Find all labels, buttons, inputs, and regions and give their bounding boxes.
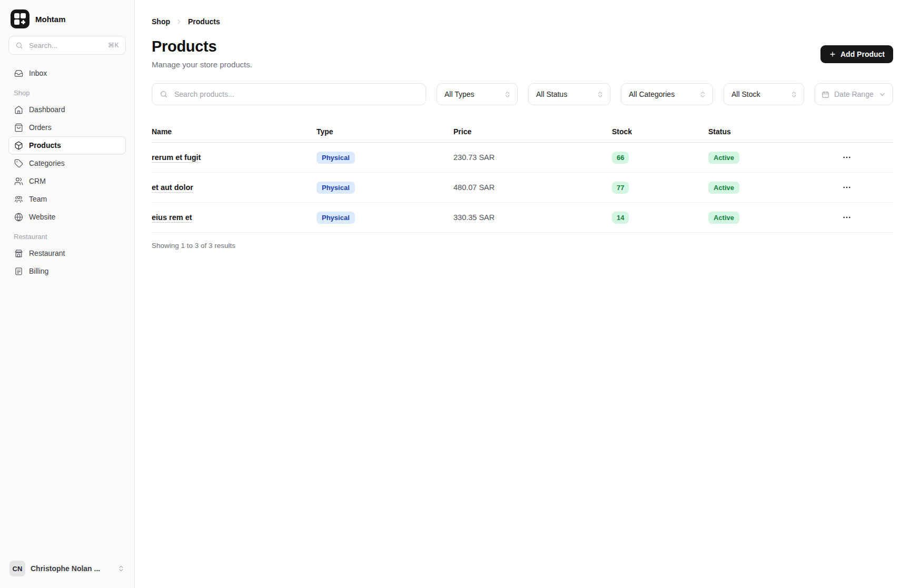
sidebar: Mohtam ⌘K Inbox Shop Dashboard Orders Pr…	[0, 0, 135, 588]
sidebar-item-team[interactable]: Team	[8, 190, 126, 208]
table-row: rerum et fugit Physical 230.73 SAR 66 Ac…	[152, 143, 893, 173]
search-shortcut: ⌘K	[108, 42, 119, 49]
table-header: Name Type Price Stock Status	[152, 121, 893, 143]
chevrons-up-down-icon	[117, 565, 125, 572]
chevrons-up-down-icon	[790, 91, 798, 98]
team-icon	[14, 195, 23, 204]
section-label-shop: Shop	[8, 82, 126, 101]
row-actions-button[interactable]	[837, 210, 857, 225]
receipt-icon	[14, 267, 23, 276]
type-filter-value: All Types	[444, 90, 474, 98]
status-filter-value: All Status	[536, 90, 567, 98]
product-name-link[interactable]: eius rem et	[152, 213, 192, 222]
stock-filter-value: All Stock	[731, 90, 760, 98]
sidebar-item-label: Restaurant	[29, 249, 65, 257]
sidebar-item-label: Dashboard	[29, 105, 65, 114]
status-badge: Active	[708, 182, 739, 194]
product-search[interactable]	[152, 83, 426, 105]
sidebar-search[interactable]: ⌘K	[8, 36, 126, 55]
user-menu[interactable]: CN Christophe Nolan ...	[8, 559, 126, 579]
search-icon	[15, 42, 23, 49]
sidebar-item-billing[interactable]: Billing	[8, 262, 126, 280]
sidebar-item-label: Categories	[29, 159, 65, 167]
inbox-icon	[14, 69, 23, 78]
main-content: Shop Products Products Manage your store…	[135, 0, 910, 588]
table-row: eius rem et Physical 330.35 SAR 14 Activ…	[152, 203, 893, 233]
product-search-input[interactable]	[173, 89, 418, 99]
row-actions-button[interactable]	[837, 180, 857, 195]
sidebar-item-products[interactable]: Products	[8, 136, 126, 154]
status-badge: Active	[708, 152, 739, 164]
sidebar-item-crm[interactable]: CRM	[8, 172, 126, 190]
sidebar-item-label: Inbox	[29, 69, 47, 77]
type-filter-select[interactable]: All Types	[437, 83, 518, 105]
sidebar-item-inbox[interactable]: Inbox	[8, 64, 126, 82]
sidebar-item-restaurant[interactable]: Restaurant	[8, 244, 126, 262]
calendar-icon	[822, 91, 829, 98]
table-row: et aut dolor Physical 480.07 SAR 77 Acti…	[152, 173, 893, 203]
home-icon	[14, 105, 23, 114]
sidebar-item-label: Products	[29, 141, 61, 150]
sidebar-item-label: Team	[29, 195, 47, 203]
column-header-name: Name	[152, 127, 316, 136]
brand-logo-icon	[11, 9, 29, 28]
shopping-bag-icon	[14, 123, 23, 132]
sidebar-item-label: Website	[29, 213, 55, 221]
logo-block	[21, 13, 26, 18]
add-product-button[interactable]: Add Product	[820, 45, 893, 63]
status-filter-select[interactable]: All Status	[528, 83, 610, 105]
ellipsis-icon	[842, 183, 852, 192]
status-badge: Active	[708, 212, 739, 224]
section-label-restaurant: Restaurant	[8, 226, 126, 244]
stock-badge: 66	[612, 152, 629, 164]
breadcrumb-current: Products	[188, 17, 220, 26]
product-name-link[interactable]: rerum et fugit	[152, 153, 201, 162]
sidebar-item-website[interactable]: Website	[8, 208, 126, 226]
globe-icon	[14, 213, 23, 222]
sidebar-item-orders[interactable]: Orders	[8, 118, 126, 136]
tag-icon	[14, 159, 23, 168]
sidebar-item-categories[interactable]: Categories	[8, 154, 126, 172]
row-actions-button[interactable]	[837, 150, 857, 165]
add-product-label: Add Product	[840, 50, 885, 58]
chevrons-up-down-icon	[596, 91, 604, 98]
stock-filter-select[interactable]: All Stock	[724, 83, 804, 105]
package-icon	[14, 141, 23, 150]
stock-badge: 77	[612, 182, 629, 194]
sidebar-item-dashboard[interactable]: Dashboard	[8, 101, 126, 118]
brand[interactable]: Mohtam	[8, 9, 126, 28]
ellipsis-icon	[842, 153, 852, 162]
date-range-label: Date Range	[834, 90, 874, 98]
brand-name: Mohtam	[35, 15, 66, 24]
chevrons-up-down-icon	[699, 91, 707, 98]
plus-icon	[829, 51, 836, 58]
filter-bar: All Types All Status All Categories All …	[152, 83, 893, 105]
stock-badge: 14	[612, 212, 629, 224]
category-filter-select[interactable]: All Categories	[621, 83, 713, 105]
type-badge: Physical	[316, 212, 355, 224]
page-title: Products	[152, 38, 252, 55]
column-header-type: Type	[316, 127, 453, 136]
avatar: CN	[9, 561, 25, 576]
breadcrumb: Shop Products	[152, 17, 893, 26]
type-badge: Physical	[316, 152, 355, 164]
sidebar-item-label: Billing	[29, 267, 48, 275]
column-header-stock: Stock	[612, 127, 708, 136]
breadcrumb-shop[interactable]: Shop	[152, 17, 170, 26]
chevrons-up-down-icon	[503, 91, 511, 98]
product-price: 480.07 SAR	[453, 183, 612, 192]
category-filter-value: All Categories	[629, 90, 675, 98]
storefront-icon	[14, 249, 23, 258]
sidebar-search-input[interactable]	[28, 41, 103, 50]
logo-block	[14, 19, 19, 25]
chevron-down-icon	[878, 91, 886, 98]
page-header-text: Products Manage your store products.	[152, 38, 252, 69]
chevron-right-icon	[175, 18, 183, 25]
page-subtitle: Manage your store products.	[152, 60, 252, 69]
product-name-link[interactable]: et aut dolor	[152, 183, 193, 192]
date-range-button[interactable]: Date Range	[815, 83, 893, 105]
logo-plus-icon	[21, 19, 26, 25]
sidebar-item-label: CRM	[29, 177, 46, 185]
products-table: Name Type Price Stock Status rerum et fu…	[152, 121, 893, 258]
page-header: Products Manage your store products. Add…	[152, 38, 893, 69]
